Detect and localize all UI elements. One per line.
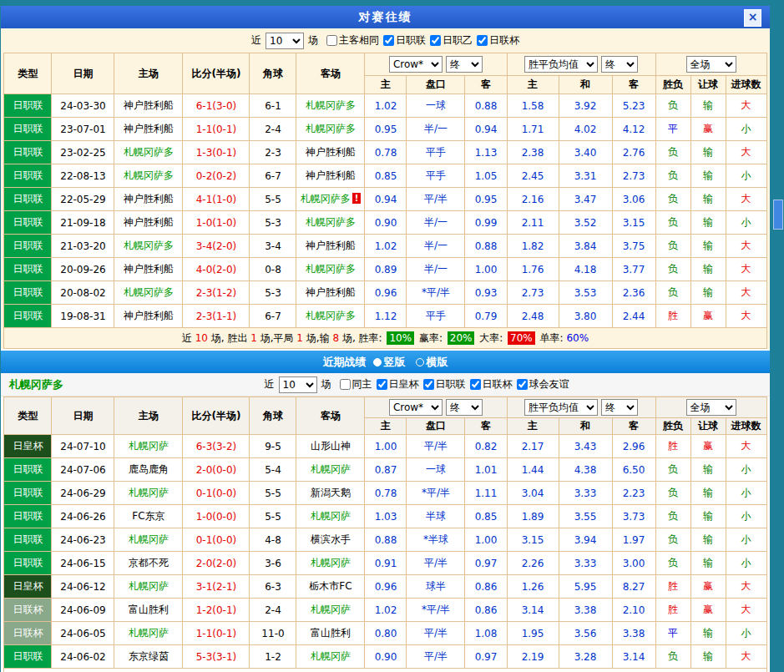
asia-handicap: 半球: [407, 505, 465, 528]
euro-away-odds: 3.00: [612, 552, 655, 575]
full-match-select[interactable]: 全场: [686, 399, 736, 416]
view-radio-竖版[interactable]: 竖版: [373, 355, 406, 370]
filter-checkbox-主客相同[interactable]: 主客相同: [326, 33, 379, 48]
corner-count: 5-5: [250, 188, 296, 211]
euro-time-select[interactable]: 终: [601, 56, 638, 73]
euro-avg-select[interactable]: 胜平负均值: [524, 399, 598, 416]
col-score: 比分(半场): [183, 53, 250, 94]
handicap-result-flag: 输: [690, 258, 726, 281]
asia-handicap: *平/半: [407, 482, 465, 505]
asia-home-odds: 1.03: [365, 505, 407, 528]
bookmaker-select[interactable]: Crow*: [389, 399, 443, 416]
h2h-table-header: 类型 日期 主场 比分(半场) 角球 客场 Crow* 终 胜平负均值 终 全场: [4, 53, 766, 94]
checkbox-input[interactable]: [423, 379, 434, 390]
handicap-result-flag: 输: [690, 645, 726, 669]
checkbox-label: 主客相同: [339, 33, 379, 48]
away-team: 札幌冈萨多: [296, 305, 365, 328]
h2h-table-body: 日职联24-03-30神户胜利船6-1(3-0)6-1札幌冈萨多1.02一球0.…: [4, 94, 766, 328]
asia-away-odds: 1.05: [465, 164, 507, 188]
league-badge: 日职联: [4, 305, 52, 328]
handicap-result-flag: 输: [690, 505, 726, 528]
checkbox-label: 球会友谊: [529, 377, 569, 392]
checkbox-input[interactable]: [430, 35, 441, 46]
match-date: 20-08-02: [52, 281, 114, 305]
filter-checkbox-日联杯[interactable]: 日联杯: [470, 377, 513, 392]
checkbox-input[interactable]: [383, 35, 394, 46]
recent-games-select[interactable]: 10: [279, 376, 317, 393]
away-team: 札幌冈萨: [296, 505, 365, 528]
recent-table-body: 日皇杯24-07-10札幌冈萨6-3(3-2)9-5山形山神1.00平/半0.8…: [4, 435, 766, 669]
checkbox-input[interactable]: [477, 35, 488, 46]
euro-away-odds: 8.27: [612, 575, 655, 599]
filter-checkbox-日联杯[interactable]: 日联杯: [477, 33, 519, 48]
corner-count: 5-5: [250, 482, 296, 505]
asia-time-select[interactable]: 终: [446, 56, 483, 73]
euro-avg-select[interactable]: 胜平负均值: [524, 56, 598, 73]
euro-away-odds: 2.36: [612, 281, 655, 305]
result-flag: 平: [655, 118, 690, 141]
recent-filter-row: 札幌冈萨多 近 10 场 同主日皇杯日职联日联杯球会友谊: [1, 373, 770, 397]
filter-checkbox-日职联[interactable]: 日职联: [383, 33, 426, 48]
league-badge: 日职联: [4, 281, 52, 305]
league-badge: 日职联: [4, 188, 52, 211]
asia-time-select[interactable]: 终: [446, 399, 483, 416]
filter-checkbox-日职乙[interactable]: 日职乙: [430, 33, 473, 48]
checkbox-input[interactable]: [517, 379, 528, 390]
away-team: 富山胜利: [296, 622, 365, 645]
goals-flag: 小: [726, 528, 766, 552]
home-team: 神户胜利船: [114, 188, 183, 211]
summary-segment: 70%: [508, 331, 535, 345]
match-row: 日职联24-03-30神户胜利船6-1(3-0)6-1札幌冈萨多1.02一球0.…: [4, 94, 766, 118]
bookmaker-select[interactable]: Crow*: [389, 56, 443, 73]
asia-away-odds: 0.86: [465, 575, 507, 599]
result-flag: 胜: [655, 435, 690, 458]
goals-flag: 大: [726, 305, 766, 328]
away-team: 札幌冈萨多: [296, 211, 365, 235]
euro-draw-odds: 3.52: [559, 211, 612, 235]
euro-away-odds: 2.23: [612, 482, 655, 505]
col-euro-away: 客: [612, 418, 655, 435]
checkbox-label: 日职联: [396, 33, 426, 48]
h2h-games-select[interactable]: 10: [266, 33, 304, 49]
summary-segment: 10: [195, 332, 208, 344]
view-radio-横版[interactable]: 横版: [416, 355, 448, 370]
recent-summary-cell: 近10场,胜3平1负6, 胜率: 30% 赢率: 30% 大:40% 单率:50…: [4, 669, 766, 672]
match-date: 21-09-18: [52, 211, 114, 235]
col-euro-away: 客: [612, 76, 655, 94]
result-flag: 负: [655, 281, 690, 305]
checkbox-input[interactable]: [326, 35, 337, 46]
match-date: 24-06-29: [52, 482, 114, 505]
col-home: 主场: [114, 53, 183, 94]
filter-checkbox-日皇杯[interactable]: 日皇杯: [377, 377, 419, 392]
checkbox-input[interactable]: [340, 379, 351, 390]
asia-away-odds: 1.08: [465, 622, 507, 645]
full-match-select[interactable]: 全场: [686, 56, 736, 73]
filter-checkbox-同主[interactable]: 同主: [340, 377, 372, 392]
league-badge: 日皇杯: [4, 435, 52, 458]
match-row: 日职联24-06-15京都不死2-0(2-0)3-6札幌冈萨0.91平/半0.9…: [4, 552, 766, 575]
match-score: 1-2(0-1): [183, 599, 250, 622]
asia-away-odds: 1.00: [465, 528, 507, 552]
asia-odds-controls: Crow* 终: [365, 53, 507, 76]
result-flag: 负: [655, 164, 690, 188]
checkbox-label: 日皇杯: [389, 377, 419, 392]
home-team: 神户胜利船: [114, 305, 183, 328]
euro-time-select[interactable]: 终: [601, 399, 638, 416]
asia-away-odds: 0.94: [465, 118, 507, 141]
col-asia-home: 主: [365, 418, 407, 435]
euro-draw-odds: 3.94: [559, 528, 612, 552]
match-row: 日职联24-06-23札幌冈萨0-1(0-0)4-8横滨水手0.88*半球1.0…: [4, 528, 766, 552]
close-button[interactable]: ×: [744, 9, 761, 27]
filter-checkbox-球会友谊[interactable]: 球会友谊: [517, 377, 569, 392]
euro-home-odds: 3.04: [507, 482, 559, 505]
checkbox-input[interactable]: [377, 379, 387, 390]
checkbox-input[interactable]: [470, 379, 481, 390]
corner-count: 3-4: [250, 235, 296, 258]
filter-checkbox-日职联[interactable]: 日职联: [423, 377, 466, 392]
euro-draw-odds: 3.92: [559, 94, 612, 118]
league-badge: 日联杯: [4, 599, 52, 622]
scope-controls: 全场: [655, 53, 766, 76]
scrollbar-thumb[interactable]: [773, 200, 783, 230]
asia-home-odds: 0.89: [365, 258, 407, 281]
corner-count: 2-4: [250, 118, 296, 141]
